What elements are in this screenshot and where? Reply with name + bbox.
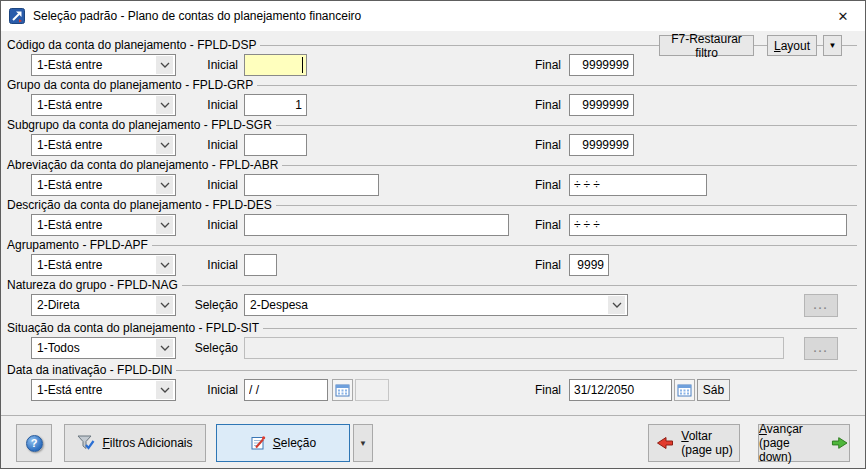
final-label: Final (466, 258, 561, 272)
inicial-label: Inicial (151, 58, 238, 72)
inicial-label: Inicial (151, 258, 238, 272)
selection-form-icon (250, 435, 266, 451)
group-divider (182, 285, 857, 286)
final-label: Final (466, 98, 561, 112)
final-label: Final (466, 58, 561, 72)
group-legend: Grupo da conta do planejamento - FPLD-GR… (7, 78, 257, 92)
inicial-weekday-box (355, 379, 389, 401)
final-calendar-button[interactable] (674, 379, 695, 401)
group-divider (176, 370, 857, 371)
window-title: Seleção padrão - Plano de contas do plan… (33, 9, 361, 23)
trend-chart-icon (9, 8, 25, 24)
voltar-button[interactable]: Voltar (page up) (648, 424, 740, 462)
filter-group-agrupamento: Agrupamento - FPLD-APF 1-Está entre Inic… (1, 231, 865, 271)
layout-menu-button[interactable]: ▼ (823, 35, 842, 56)
group-divider (257, 85, 857, 86)
group-divider (263, 328, 857, 329)
funnel-icon (77, 435, 95, 451)
footer-bar: ? Filtros Adicionais Seleção ▼ (1, 415, 865, 469)
selecao-label: Seleção (151, 341, 238, 355)
chevron-down-icon (608, 296, 625, 314)
filter-group-situacao: Situação da conta do planejamento - FPLD… (1, 314, 865, 356)
green-right-arrow-icon (831, 435, 849, 451)
group-legend: Natureza do grupo - FPLD-NAG (7, 278, 182, 292)
calendar-icon (677, 383, 692, 397)
inicial-calendar-button[interactable] (332, 379, 353, 401)
group-legend: Subgrupo da conta do planejamento - FPLD… (7, 118, 276, 132)
dropdown-arrow-icon: ▼ (829, 41, 837, 50)
inicial-label: Inicial (151, 383, 238, 397)
red-left-arrow-icon (655, 435, 674, 451)
group-divider (276, 125, 857, 126)
calendar-icon (335, 383, 350, 397)
group-legend: Abreviação da conta do planejamento - FP… (7, 158, 282, 172)
help-icon: ? (26, 435, 43, 452)
restore-filter-button[interactable]: F7-Restaurar filtro (659, 35, 754, 56)
final-label: Final (466, 383, 561, 397)
final-label: Final (466, 218, 561, 232)
inicial-label: Inicial (151, 98, 238, 112)
group-legend: Descrição da conta do planejamento - FPL… (7, 198, 276, 212)
group-legend: Código da conta do planejamento - FPLD-D… (7, 38, 260, 52)
selection-dialog: Seleção padrão - Plano de contas do plan… (0, 0, 866, 469)
final-weekday-box: Sáb (697, 379, 730, 401)
close-button[interactable]: ✕ (821, 1, 865, 31)
filter-group-data-inativacao: Data da inativação - FPLD-DIN 1-Está ent… (1, 356, 865, 415)
help-button[interactable]: ? (16, 424, 52, 462)
dropdown-arrow-icon: ▼ (359, 439, 367, 448)
inicial-label: Inicial (151, 178, 238, 192)
group-divider (282, 165, 857, 166)
layout-button[interactable]: Layout (767, 35, 817, 56)
selecao-select-natureza[interactable]: 2-Despesa (244, 294, 628, 316)
filter-group-subgrupo: Subgrupo da conta do planejamento - FPLD… (1, 111, 865, 151)
selecao-label: Seleção (151, 298, 238, 312)
inicial-label: Inicial (151, 138, 238, 152)
inicial-label: Inicial (151, 218, 238, 232)
group-legend: Situação da conta do planejamento - FPLD… (7, 321, 263, 335)
selecao-button[interactable]: Seleção (216, 424, 350, 462)
filter-group-abreviacao: Abreviação da conta do planejamento - FP… (1, 151, 865, 191)
avancar-button[interactable]: Avançar (page down) (758, 424, 850, 462)
selecao-menu-button[interactable]: ▼ (353, 424, 373, 462)
group-divider (276, 205, 857, 206)
final-label: Final (466, 138, 561, 152)
title-bar: Seleção padrão - Plano de contas do plan… (1, 1, 865, 31)
final-label: Final (466, 178, 561, 192)
filter-group-grupo: Grupo da conta do planejamento - FPLD-GR… (1, 71, 865, 111)
filter-group-natureza: Natureza do grupo - FPLD-NAG 2-Direta Se… (1, 271, 865, 314)
additional-filters-button[interactable]: Filtros Adicionais (64, 424, 206, 462)
group-divider (152, 245, 857, 246)
inicial-date-input[interactable] (244, 379, 328, 401)
group-legend: Data da inativação - FPLD-DIN (7, 363, 176, 377)
filter-group-descricao: Descrição da conta do planejamento - FPL… (1, 191, 865, 231)
group-legend: Agrupamento - FPLD-APF (7, 238, 152, 252)
final-date-input[interactable] (569, 379, 672, 401)
